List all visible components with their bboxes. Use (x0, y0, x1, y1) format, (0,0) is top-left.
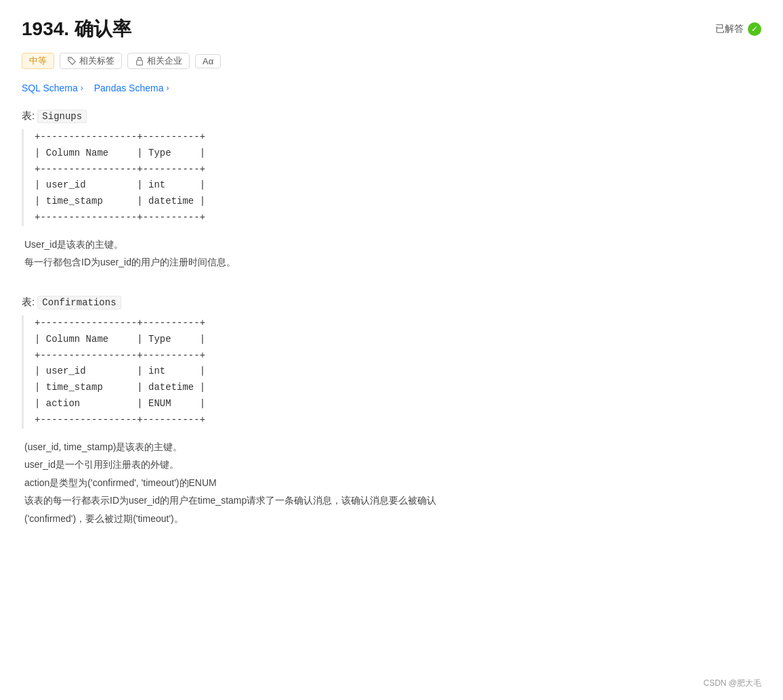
sql-schema-link[interactable]: SQL Schema › (22, 83, 83, 93)
sql-schema-label: SQL Schema (22, 83, 78, 93)
difficulty-tag[interactable]: 中等 (22, 53, 54, 69)
footer: CSDN @肥大毛 (703, 678, 761, 689)
svg-point-0 (70, 59, 71, 60)
confirmations-desc-line-4: 该表的每一行都表示ID为user_id的用户在time_stamp请求了一条确认… (24, 491, 761, 510)
signups-table-name: Signups (37, 110, 87, 123)
sql-schema-chevron: › (81, 83, 83, 93)
confirmations-section: 表: Confirmations +-----------------+----… (22, 296, 761, 528)
signups-desc: User_id是该表的主键。 每一行都包含ID为user_id的用户的注册时间信… (24, 236, 761, 271)
page-title: 1934. 确认率 (22, 16, 131, 42)
confirmations-table-name: Confirmations (37, 296, 121, 309)
schema-links-row: SQL Schema › Pandas Schema › (22, 83, 761, 93)
related-company-button[interactable]: 相关企业 (127, 53, 190, 69)
solved-badge: 已解答 ✓ (715, 22, 761, 36)
font-button[interactable]: Aα (195, 54, 221, 68)
related-tags-button[interactable]: 相关标签 (60, 53, 122, 69)
solved-check-icon: ✓ (748, 22, 761, 36)
signups-desc-line-1: User_id是该表的主键。 (24, 236, 761, 254)
confirmations-desc: (user_id, time_stamp)是该表的主键。 user_id是一个引… (24, 438, 761, 528)
font-icon: Aα (203, 56, 213, 66)
signups-table-label: 表: Signups (22, 110, 761, 123)
pandas-schema-chevron: › (166, 83, 169, 93)
confirmations-desc-line-3: action是类型为('confirmed', 'timeout')的ENUM (24, 474, 761, 492)
signups-section: 表: Signups +-----------------+----------… (22, 110, 761, 271)
solved-label: 已解答 (715, 23, 744, 35)
related-company-label: 相关企业 (147, 55, 182, 67)
tag-icon (67, 56, 77, 66)
pandas-schema-label: Pandas Schema (94, 83, 164, 93)
signups-schema-pre: +-----------------+----------+ | Column … (22, 129, 761, 226)
pandas-schema-link[interactable]: Pandas Schema › (94, 83, 169, 93)
svg-rect-1 (137, 60, 143, 65)
footer-text: CSDN @肥大毛 (703, 678, 761, 688)
confirmations-table-label: 表: Confirmations (22, 296, 761, 309)
confirmations-desc-line-5: ('confirmed')，要么被过期('timeout')。 (24, 510, 761, 528)
tags-row: 中等 相关标签 相关企业 Aα (22, 53, 761, 69)
confirmations-schema-pre: +-----------------+----------+ | Column … (22, 315, 761, 429)
confirmations-desc-line-1: (user_id, time_stamp)是该表的主键。 (24, 438, 761, 456)
signups-desc-line-2: 每一行都包含ID为user_id的用户的注册时间信息。 (24, 253, 761, 271)
confirmations-desc-line-2: user_id是一个引用到注册表的外键。 (24, 456, 761, 474)
page-header: 1934. 确认率 已解答 ✓ (22, 16, 761, 42)
lock-icon (135, 56, 144, 66)
related-tags-label: 相关标签 (79, 55, 114, 67)
